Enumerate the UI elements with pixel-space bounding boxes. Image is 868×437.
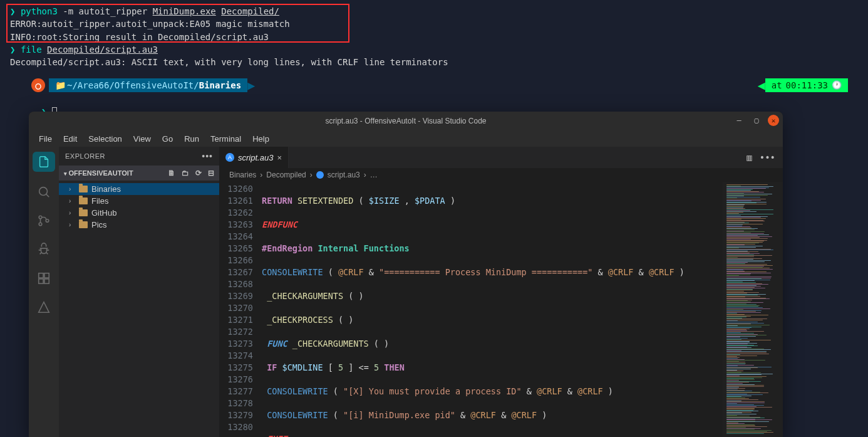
code-area[interactable]: RETURN SETEXTENDED ( $ISIZE , $PDATA ) E… — [262, 182, 723, 437]
menu-run[interactable]: Run — [179, 133, 204, 145]
cwd-pill: 📁 ~/Area66/OffensiveAutoIt/Binaries — [49, 78, 247, 92]
svg-rect-4 — [39, 273, 43, 278]
search-icon[interactable] — [35, 183, 53, 201]
breadcrumb[interactable]: Binaries› Decompiled› script.au3› … — [219, 168, 783, 182]
svg-rect-6 — [39, 279, 43, 283]
file-tree: ›Binaries ›Files ›GitHub ›Pics — [59, 181, 219, 233]
tree-item-files[interactable]: ›Files — [59, 195, 219, 207]
menu-edit[interactable]: Edit — [58, 133, 82, 145]
menu-view[interactable]: View — [128, 133, 156, 145]
clock-icon: 🕐 — [832, 80, 842, 92]
svg-point-2 — [39, 223, 42, 226]
new-file-icon[interactable]: 🗎 — [168, 169, 175, 177]
editor-group: A script.au3 × ▥ ••• Binaries› Decompile… — [219, 147, 783, 437]
folder-icon — [79, 221, 88, 228]
explorer-label: EXPLORER — [65, 152, 105, 160]
tree-item-pics[interactable]: ›Pics — [59, 219, 219, 231]
folder-icon — [79, 186, 88, 192]
editor-more-icon[interactable]: ••• — [760, 152, 775, 162]
tab-bar: A script.au3 × ▥ ••• — [219, 147, 783, 168]
more-icon[interactable]: ••• — [202, 151, 213, 161]
sidebar: EXPLORER ••• ▾ OFFENSIVEAUTOIT 🗎 🗀 ⟳ ⊟ ›… — [59, 147, 219, 437]
tree-item-binaries[interactable]: ›Binaries — [59, 183, 219, 195]
activity-bar — [29, 147, 59, 437]
time-pill: at 00:11:33 🕐 — [765, 78, 848, 92]
terminal-line: Decompiled/script.au3: ASCII text, with … — [10, 56, 858, 68]
menu-file[interactable]: File — [34, 133, 57, 145]
autoit-file-icon: A — [225, 153, 234, 162]
menu-go[interactable]: Go — [157, 133, 178, 145]
terminal-line: ❯ file Decompiled/script.au3 — [10, 43, 858, 56]
minimap[interactable] — [723, 182, 783, 437]
prompt-icon: ❯ — [10, 6, 15, 16]
menu-terminal[interactable]: Terminal — [205, 133, 246, 145]
menubar: File Edit Selection View Go Run Terminal… — [29, 130, 783, 147]
tab-script[interactable]: A script.au3 × — [219, 147, 289, 168]
debug-icon[interactable] — [35, 241, 53, 258]
folder-icon — [79, 197, 88, 204]
refresh-icon[interactable]: ⟳ — [195, 169, 202, 177]
line-gutter: 1326013261132621326313264132651326613267… — [219, 182, 262, 437]
prompt-icon: ❯ — [10, 45, 15, 55]
azure-icon[interactable] — [35, 298, 53, 316]
scm-icon[interactable] — [35, 212, 53, 229]
svg-point-3 — [46, 219, 49, 223]
status-row: 📁 ~/Area66/OffensiveAutoIt/Binaries ▶ ◀ … — [10, 78, 858, 92]
project-header[interactable]: ▾ OFFENSIVEAUTOIT 🗎 🗀 ⟳ ⊟ — [59, 166, 219, 181]
maximize-button[interactable]: ▢ — [750, 114, 763, 127]
collapse-icon[interactable]: ⊟ — [208, 169, 214, 177]
terminal-line: INFO:root:Storing result in Decompiled/s… — [10, 31, 858, 43]
titlebar[interactable]: script.au3 - OffensiveAutoIt - Visual St… — [29, 112, 783, 130]
ubuntu-icon — [31, 78, 45, 92]
vscode-window: script.au3 - OffensiveAutoIt - Visual St… — [29, 112, 783, 437]
explorer-icon[interactable] — [33, 152, 55, 172]
menu-selection[interactable]: Selection — [83, 133, 127, 145]
new-folder-icon[interactable]: 🗀 — [182, 169, 189, 177]
terminal-line: ERROR:autoit_ripper.autoit_unpack:EA05 m… — [10, 18, 858, 30]
terminal-line: ❯ python3 -m autoit_ripper MiniDump.exe … — [10, 5, 858, 18]
close-tab-icon[interactable]: × — [277, 153, 282, 162]
autoit-file-icon — [316, 171, 324, 179]
window-title: script.au3 - OffensiveAutoIt - Visual St… — [325, 117, 486, 125]
close-button[interactable]: ✕ — [768, 115, 779, 126]
svg-point-0 — [39, 187, 48, 196]
svg-rect-7 — [44, 279, 49, 283]
svg-point-1 — [39, 216, 42, 219]
svg-rect-5 — [44, 273, 49, 278]
folder-icon — [79, 209, 88, 216]
minimize-button[interactable]: — — [733, 114, 745, 127]
tree-item-github[interactable]: ›GitHub — [59, 207, 219, 219]
split-editor-icon[interactable]: ▥ — [747, 152, 752, 162]
extensions-icon[interactable] — [35, 270, 53, 287]
menu-help[interactable]: Help — [247, 133, 274, 145]
